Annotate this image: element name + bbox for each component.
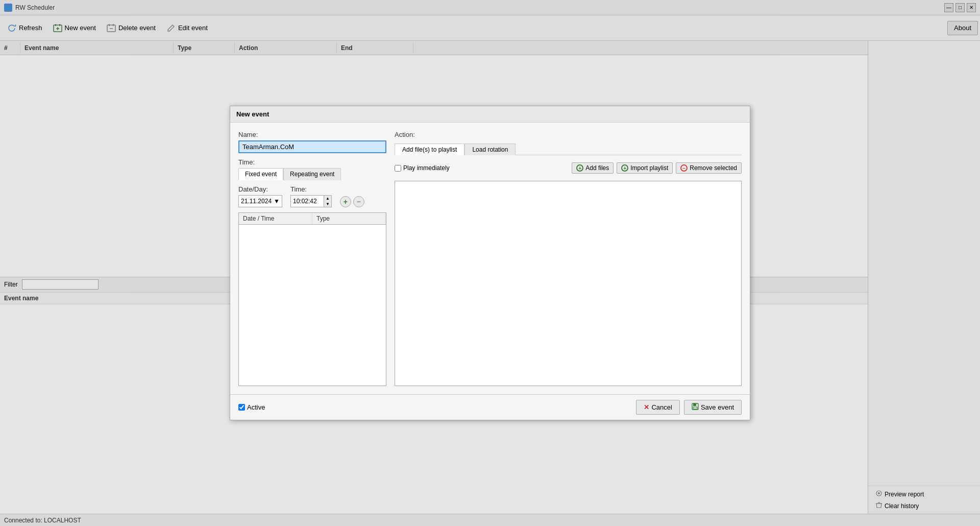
date-dropdown-icon: ▼: [274, 198, 280, 205]
cancel-button[interactable]: ✕ Cancel: [636, 400, 679, 415]
remove-selected-label: Remove selected: [690, 164, 737, 172]
add-files-button[interactable]: + Add files: [572, 162, 614, 174]
modal-title: New event: [230, 106, 750, 123]
save-icon: [692, 403, 699, 412]
remove-selected-button[interactable]: − Remove selected: [676, 162, 742, 174]
import-playlist-label: Import playlist: [630, 164, 668, 172]
file-toolbar: Play immediately + Add files + Import pl…: [395, 160, 742, 176]
play-immediately-label: Play immediately: [403, 164, 450, 172]
import-playlist-icon: +: [621, 164, 628, 172]
svg-rect-13: [693, 403, 696, 406]
cancel-label: Cancel: [651, 403, 672, 411]
time-decrement-button[interactable]: ▼: [324, 201, 331, 207]
active-label: Active: [247, 403, 265, 411]
name-row: Name:: [238, 131, 386, 153]
modal-right: Action: Add file(s) to playlist Load rot…: [395, 131, 742, 386]
import-playlist-button[interactable]: + Import playlist: [617, 162, 673, 174]
schedule-table: Date / Time Type: [238, 212, 386, 386]
modal-dialog: New event Name: Time: Fixed event Repeat…: [230, 106, 750, 420]
modal-overlay: New event Name: Time: Fixed event Repeat…: [0, 0, 980, 526]
time-input-wrapper: ▲ ▼: [290, 195, 332, 207]
event-type-tabs: Fixed event Repeating event: [238, 168, 386, 180]
time-field-label: Time:: [290, 185, 332, 193]
date-day-label: Date/Day:: [238, 185, 282, 193]
svg-rect-14: [693, 407, 697, 409]
schedule-col-datetime: Date / Time: [239, 213, 312, 224]
active-wrapper: Active: [238, 403, 265, 411]
name-input[interactable]: [238, 140, 386, 153]
file-list-area: [395, 181, 742, 386]
time-group: Time: ▲ ▼: [290, 185, 332, 207]
time-increment-button[interactable]: ▲: [324, 196, 331, 201]
datetime-row: Date/Day: 21.11.2024 ▼ Time: ▲ ▼: [238, 185, 386, 207]
remove-selected-icon: −: [680, 164, 688, 172]
modal-left: Name: Time: Fixed event Repeating event …: [238, 131, 386, 386]
action-label: Action:: [395, 131, 742, 138]
remove-time-button[interactable]: −: [353, 196, 364, 207]
active-checkbox[interactable]: [238, 404, 245, 411]
tab-fixed-event[interactable]: Fixed event: [238, 168, 283, 180]
save-event-label: Save event: [701, 403, 734, 411]
date-group: Date/Day: 21.11.2024 ▼: [238, 185, 282, 207]
date-value: 21.11.2024: [241, 198, 272, 205]
schedule-table-header: Date / Time Type: [239, 213, 386, 225]
file-toolbar-right: + Add files + Import playlist − Remove s…: [572, 162, 742, 174]
add-remove-btns: + −: [340, 196, 364, 207]
time-label: Time:: [238, 158, 386, 166]
tab-load-rotation[interactable]: Load rotation: [464, 144, 516, 155]
schedule-col-type: Type: [312, 213, 386, 224]
tab-repeating-event[interactable]: Repeating event: [283, 168, 341, 180]
modal-footer: Active ✕ Cancel Save event: [230, 394, 750, 420]
add-files-icon: +: [576, 164, 583, 172]
footer-buttons: ✕ Cancel Save event: [636, 400, 742, 415]
time-row: Time: Fixed event Repeating event: [238, 158, 386, 180]
date-select[interactable]: 21.11.2024 ▼: [238, 195, 282, 207]
add-files-label: Add files: [585, 164, 609, 172]
cancel-x-icon: ✕: [644, 403, 649, 411]
schedule-table-body: [239, 225, 386, 386]
name-label: Name:: [238, 131, 386, 138]
save-event-button[interactable]: Save event: [684, 400, 742, 415]
play-immediately-wrapper: Play immediately: [395, 164, 450, 172]
action-tabs: Add file(s) to playlist Load rotation: [395, 144, 742, 155]
add-time-button[interactable]: +: [340, 196, 351, 207]
tab-add-files[interactable]: Add file(s) to playlist: [395, 144, 464, 155]
time-input[interactable]: [291, 197, 324, 206]
modal-body: Name: Time: Fixed event Repeating event …: [230, 123, 750, 394]
play-immediately-checkbox[interactable]: [395, 165, 401, 172]
time-spinners: ▲ ▼: [324, 196, 331, 207]
